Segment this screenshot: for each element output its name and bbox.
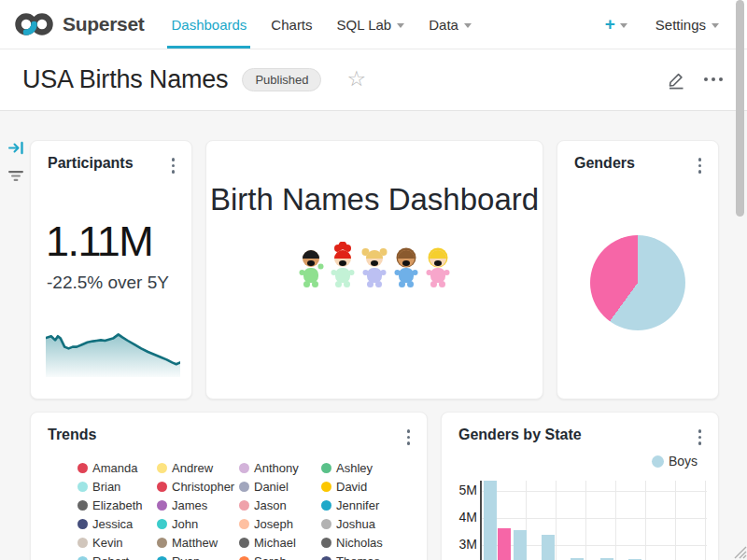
genders-card: Genders — [557, 140, 719, 399]
settings-label: Settings — [655, 17, 706, 33]
legend-label: Jennifer — [336, 499, 379, 511]
legend-item-sarah[interactable]: Sarah — [239, 555, 321, 560]
nav-item-sql-lab[interactable]: SQL Lab — [325, 0, 417, 49]
edit-pencil-icon[interactable] — [667, 70, 685, 90]
resize-grip-icon[interactable] — [731, 543, 747, 560]
legend-item-michael[interactable]: Michael — [239, 537, 321, 549]
legend-item-ryan[interactable]: Ryan — [157, 555, 239, 560]
bar-4[interactable] — [542, 535, 555, 560]
legend-label: Ashley — [336, 462, 373, 474]
legend-item-kevin[interactable]: Kevin — [78, 537, 157, 549]
new-item-button[interactable]: + — [605, 14, 627, 35]
legend-dot — [157, 500, 167, 511]
genders-by-state-card: Genders by State Boys 5M 4M 3M — [441, 412, 719, 560]
legend-item-john[interactable]: John — [157, 518, 239, 530]
superset-dashboard-page: Superset DashboardsChartsSQL LabData + S… — [0, 0, 747, 560]
genders-by-state-bar-chart[interactable] — [480, 481, 707, 560]
legend-label: Elizabeth — [92, 499, 142, 511]
legend-label: Anthony — [254, 462, 299, 474]
legend-label: Kevin — [92, 537, 123, 549]
legend-dot — [78, 538, 88, 548]
legend-item-brian[interactable]: Brian — [78, 481, 157, 493]
bar-3[interactable] — [514, 530, 527, 560]
legend-item-jennifer[interactable]: Jennifer — [321, 499, 403, 511]
legend-label: Robert — [92, 555, 129, 560]
legend-item-matthew[interactable]: Matthew — [157, 537, 239, 549]
participants-sparkline-chart[interactable] — [46, 321, 180, 377]
card-title: Genders by State — [458, 427, 582, 443]
brand-name[interactable]: Superset — [63, 13, 144, 35]
settings-menu[interactable]: Settings — [655, 17, 719, 33]
nav-item-data[interactable]: Data — [416, 0, 484, 49]
expand-filter-bar-icon[interactable] — [8, 141, 24, 159]
chevron-down-icon — [620, 23, 627, 28]
vertical-scrollbar[interactable] — [736, 0, 744, 217]
legend-dot — [78, 500, 88, 511]
legend-item-jason[interactable]: Jason — [239, 499, 321, 511]
nav-item-dashboards[interactable]: Dashboards — [159, 0, 259, 49]
header-actions — [667, 70, 723, 90]
main-nav: DashboardsChartsSQL LabData — [159, 0, 483, 49]
published-badge[interactable]: Published — [242, 68, 321, 91]
legend-dot — [78, 519, 88, 529]
bar-1[interactable] — [484, 481, 497, 560]
legend-item-daniel[interactable]: Daniel — [239, 481, 321, 493]
legend-item-christopher[interactable]: Christopher — [157, 481, 239, 493]
top-navbar: Superset DashboardsChartsSQL LabData + S… — [0, 0, 747, 49]
kebab-menu-icon[interactable] — [695, 155, 706, 176]
legend-item-anthony[interactable]: Anthony — [239, 462, 321, 474]
kebab-menu-icon[interactable] — [168, 155, 179, 176]
legend-item-joseph[interactable]: Joseph — [239, 518, 321, 530]
legend-item-thomas[interactable]: Thomas — [321, 555, 403, 560]
legend-label: Boys — [669, 454, 698, 469]
legend-item-jessica[interactable]: Jessica — [78, 518, 157, 530]
legend-label: Jessica — [92, 518, 133, 530]
legend-label: James — [172, 499, 207, 511]
legend-item-nicholas[interactable]: Nicholas — [321, 537, 403, 549]
legend-label: Daniel — [254, 481, 289, 493]
legend-label: Ryan — [172, 555, 200, 560]
participants-card: Participants 1.11M -22.5% over 5Y — [30, 140, 192, 399]
legend-dot — [157, 519, 167, 529]
card-title: Trends — [48, 427, 96, 443]
chevron-down-icon — [464, 23, 472, 28]
card-title: Participants — [48, 155, 134, 172]
legend-item-elizabeth[interactable]: Elizabeth — [78, 499, 157, 511]
card-title: Genders — [574, 155, 635, 172]
kebab-menu-icon[interactable] — [695, 427, 706, 448]
legend-item-david[interactable]: David — [321, 481, 403, 493]
nav-item-label: SQL Lab — [337, 17, 392, 33]
legend-dot — [78, 463, 88, 473]
big-number-value: 1.11M — [46, 217, 191, 266]
legend-dot — [239, 556, 249, 560]
legend-dot — [321, 556, 331, 560]
legend-item-amanda[interactable]: Amanda — [78, 462, 157, 474]
legend-item-robert[interactable]: Robert — [78, 555, 157, 560]
dashboard-header: USA Births Names Published ☆ — [0, 49, 747, 111]
big-number-trend-caption: -22.5% over 5Y — [47, 273, 191, 293]
legend-item-joshua[interactable]: Joshua — [321, 518, 403, 530]
legend-dot — [239, 519, 249, 529]
filter-list-icon[interactable] — [7, 169, 24, 186]
nav-right-section: + Settings — [605, 14, 719, 35]
legend-item-james[interactable]: James — [157, 499, 239, 511]
legend-dot — [321, 519, 331, 529]
legend-dot — [239, 482, 249, 492]
kebab-menu-icon[interactable] — [403, 427, 415, 448]
legend-item-ashley[interactable]: Ashley — [321, 462, 403, 474]
legend-item-andrew[interactable]: Andrew — [157, 462, 239, 474]
nav-item-label: Charts — [271, 17, 312, 33]
legend-label: Christopher — [172, 481, 234, 493]
legend-label: Andrew — [172, 462, 213, 474]
more-actions-icon[interactable] — [704, 74, 723, 85]
legend-dot — [321, 463, 331, 473]
legend-item-boys[interactable]: Boys — [652, 454, 698, 469]
nav-item-charts[interactable]: Charts — [259, 0, 324, 49]
genders-pie-chart[interactable] — [590, 235, 685, 330]
favorite-star-icon[interactable]: ☆ — [346, 68, 366, 90]
legend-dot — [157, 482, 167, 492]
y-axis-tick-5m: 5M — [445, 483, 477, 497]
superset-logo-icon[interactable] — [13, 9, 56, 39]
bar-2[interactable] — [498, 528, 511, 560]
legend-label: Sarah — [254, 555, 287, 560]
